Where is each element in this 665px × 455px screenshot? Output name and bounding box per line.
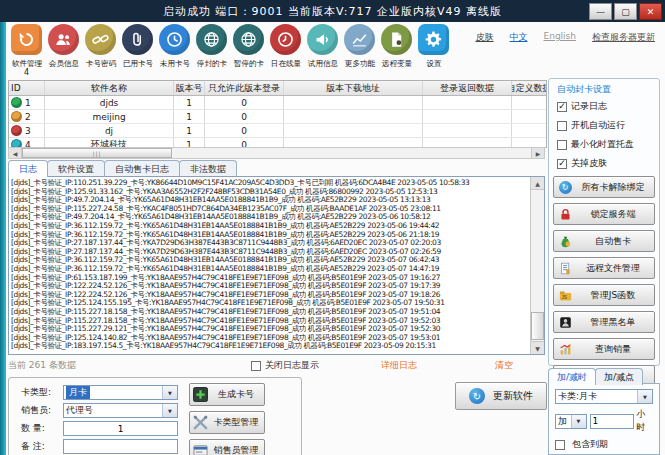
checkbox-icon[interactable]: ✓ <box>557 102 567 112</box>
document-icon <box>381 24 412 55</box>
chevron-down-icon[interactable]: ▼ <box>571 415 586 428</box>
checkbox-autorun-on-boot[interactable]: 开机自动运行 <box>557 119 659 132</box>
toolbar-item-paused-cards[interactable]: 暂停的卡 <box>230 24 267 76</box>
title-bar: 启动成功 端口：9001 当前版本V:717 企业版内核V49 离线版 <box>0 0 665 22</box>
toolbar-item-daily-online[interactable]: 日在线量 <box>267 24 304 76</box>
checkbox-disable-skin[interactable]: ✓ 关掉皮肤 <box>557 157 659 170</box>
close-button[interactable]: ✕ <box>639 3 662 20</box>
quantity-input[interactable] <box>63 421 178 436</box>
scroll-up-arrow-icon[interactable]: ▲ <box>531 177 544 190</box>
remote-file-manage-button[interactable]: 远程文件管理 <box>553 257 655 279</box>
toolbar-item-software-manage[interactable]: 软件管理 4 <box>8 24 45 76</box>
toolbar-item-used-cards[interactable]: 已用卡号 <box>119 24 156 76</box>
col-only-login[interactable]: 只允许此版本登录 <box>205 81 284 95</box>
card-class-select[interactable]: 卡类:月卡 ▼ <box>555 389 653 404</box>
seller-select[interactable]: 代理号 ▼ <box>63 403 178 418</box>
check-update-link[interactable]: 检查服务器更新 <box>592 31 655 44</box>
tab-illegal-data[interactable]: 非法数据 <box>179 160 237 177</box>
col-version[interactable]: 版本号 <box>174 81 205 95</box>
skin-link[interactable]: 皮肤 <box>476 31 494 44</box>
clear-log-link[interactable]: 清空 <box>495 359 513 372</box>
toolbar-item-banned-cards[interactable]: 停封的卡 <box>193 24 230 76</box>
toolbar-item-trial-info[interactable]: 试用信息 <box>304 24 341 76</box>
manage-blacklist-button[interactable]: 管理黑名单 <box>553 311 655 333</box>
cell-name: dj <box>45 124 174 137</box>
window-title: 启动成功 端口：9001 当前版本V:717 企业版内核V49 离线版 <box>163 4 502 19</box>
table-row[interactable]: 2 meijing 1 0 <box>9 110 546 124</box>
tab-addsub-points[interactable]: 加/减点 <box>595 368 643 385</box>
cell-only-login: 0 <box>205 96 284 109</box>
globe-icon <box>233 24 264 55</box>
col-custom[interactable]: 自定义数据 <box>512 81 546 95</box>
card-type-manage-button[interactable]: 卡类型管理 <box>189 411 265 434</box>
operation-select[interactable]: 加 ▼ <box>555 414 587 429</box>
addsub-tab-strip: 加/减时 加/减点 <box>548 368 642 385</box>
lock-server-button[interactable]: 锁定服务端 <box>553 203 655 225</box>
chinese-link[interactable]: 中文 <box>510 31 528 44</box>
checkbox-icon[interactable] <box>557 140 567 150</box>
tab-software-settings[interactable]: 软件设置 <box>47 160 105 177</box>
scrollbar-thumb[interactable]: ||| <box>22 148 172 158</box>
gear-icon <box>418 24 449 55</box>
checkbox-record-log[interactable]: ✓ 记录日志 <box>557 100 659 113</box>
log-count: 当前 261 条数据 <box>8 359 76 372</box>
tab-addsub-time[interactable]: 加/减时 <box>548 368 596 385</box>
english-link[interactable]: English <box>544 31 577 44</box>
tab-log[interactable]: 日志 <box>8 160 48 177</box>
refresh-icon <box>11 24 42 55</box>
quantity-row: 数 量: <box>21 421 178 436</box>
scroll-right-arrow-icon[interactable]: ▶ <box>531 148 544 158</box>
chevron-down-icon[interactable]: ▼ <box>637 390 652 403</box>
scrollbar-thumb[interactable] <box>531 312 544 340</box>
status-dot <box>11 125 22 136</box>
table-row[interactable]: 1 djds 1 0 <box>9 96 546 110</box>
toolbar-item-more-functions[interactable]: 更多功能 <box>341 24 378 76</box>
toolbar-item-card-password[interactable]: 卡号密码 <box>82 24 119 76</box>
scroll-down-arrow-icon[interactable]: ▼ <box>531 341 544 354</box>
operation-value: 加 <box>558 415 567 428</box>
amount-input[interactable] <box>590 414 634 429</box>
include-expiry-checkbox[interactable]: 包含到期 <box>555 438 653 451</box>
checkbox-icon[interactable] <box>555 440 565 450</box>
close-log-checkbox[interactable]: 关闭日志显示 <box>251 359 319 372</box>
update-software-button[interactable]: ↻ 更新软件 <box>455 382 547 410</box>
col-download[interactable]: 版本下载地址 <box>284 81 423 95</box>
include-expiry-label: 包含到期 <box>572 438 608 451</box>
chevron-down-icon[interactable]: ▼ <box>162 386 177 399</box>
checkbox-icon[interactable] <box>557 121 567 131</box>
tab-autosell-log[interactable]: 自动售卡日志 <box>104 160 180 177</box>
card-type-select[interactable]: 月卡 ▼ <box>63 385 178 400</box>
query-sales-button[interactable]: 查询销量 <box>553 338 655 360</box>
maximize-button[interactable]: ▢ <box>614 3 637 20</box>
col-return-data[interactable]: 登录返回数据 <box>423 81 512 95</box>
checkbox-icon[interactable] <box>251 361 261 371</box>
manage-js-functions-button[interactable]: JS 管理JS函数 <box>553 284 655 306</box>
detail-log-link[interactable]: 详细日志 <box>381 359 417 372</box>
note-input[interactable] <box>63 439 178 454</box>
toolbar-item-settings[interactable]: 设置 <box>415 24 452 76</box>
chain-link-icon <box>85 24 116 55</box>
toolbar-item-remote-variables[interactable]: 远程变量 <box>378 24 415 76</box>
scroll-left-arrow-icon[interactable]: ◀ <box>9 148 22 158</box>
panel-title: 自动封卡设置 <box>557 83 659 96</box>
toolbar-item-member-info[interactable]: 会员信息 <box>45 24 82 76</box>
toolbar-item-unused-cards[interactable]: 未用卡号 <box>156 24 193 76</box>
log-lines[interactable]: [djds]_卡号验证_IP:110.251.39.229_卡号:YK86644… <box>11 179 529 352</box>
checkbox-minimize-to-tray[interactable]: 最小化时置托盘 <box>557 138 659 151</box>
cell-version: 1 <box>174 96 205 109</box>
generate-card-button[interactable]: 生成卡号 <box>189 383 265 406</box>
col-id[interactable]: ID <box>9 81 45 95</box>
col-name[interactable]: 软件名称 <box>45 81 174 95</box>
checkbox-icon[interactable]: ✓ <box>557 159 567 169</box>
unbind-all-cards-button[interactable]: ↻ 所有卡解除绑定 <box>553 176 655 198</box>
table-horizontal-scrollbar[interactable]: ◀ ||| ▶ <box>8 147 545 159</box>
table-row[interactable]: 3 dj 1 0 <box>9 124 546 138</box>
seller-manage-button[interactable]: 销售员管理 <box>189 439 265 455</box>
log-vertical-scrollbar[interactable]: ▲ ▼ <box>530 177 544 354</box>
chevron-down-icon[interactable]: ▼ <box>162 404 177 417</box>
cell-id: 2 <box>25 112 31 122</box>
main-toolbar: 软件管理 4 会员信息 卡号密码 已用卡号 未用卡号 停封的卡 暂停的卡 日在线… <box>8 24 452 76</box>
minimize-button[interactable]: — <box>589 3 612 20</box>
card-icon <box>193 443 208 455</box>
auto-sell-cards-button[interactable]: 自动售卡 <box>553 230 655 252</box>
